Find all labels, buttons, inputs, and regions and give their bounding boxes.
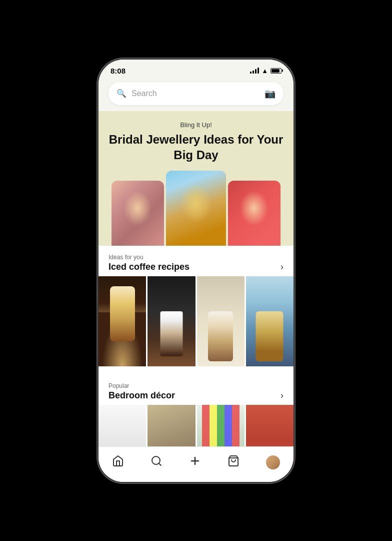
popular-title: Bedroom décor [108,390,175,401]
popular-title-row[interactable]: Bedroom décor › [108,390,284,401]
hero-subtitle: Bling It Up! [108,121,284,129]
status-bar: 8:08 ▲ [98,60,294,78]
hero-title: Bridal Jewellery Ideas for Your Big Day [108,132,284,163]
hero-image-center [166,171,226,246]
ideas-chevron[interactable]: › [280,262,284,272]
status-time: 8:08 [110,67,126,75]
profile-avatar [266,455,280,469]
coffee-image-1[interactable] [98,276,146,366]
coffee-image-3[interactable] [197,276,244,366]
popular-label: Popular [108,382,284,389]
ideas-image-grid [98,276,294,374]
battery-icon [270,68,282,74]
popular-section-header: Popular Bedroom décor › [98,374,294,405]
hero-image-left [112,181,164,246]
bottom-nav [98,446,294,482]
hero-images [108,171,284,246]
coffee-image-4[interactable] [246,276,294,366]
phone-frame: 8:08 ▲ 🔍 Search 📷 [98,60,294,482]
ideas-title-row[interactable]: Iced coffee recipes › [108,262,284,272]
bag-icon [228,455,240,470]
search-icon: 🔍 [116,89,126,98]
status-icons: ▲ [250,67,282,75]
home-icon [112,455,124,470]
wifi-icon: ▲ [262,67,268,75]
search-section: 🔍 Search 📷 [98,78,294,111]
svg-line-1 [158,463,160,465]
popular-chevron[interactable]: › [280,390,284,401]
search-bar[interactable]: 🔍 Search 📷 [108,82,284,105]
nav-home[interactable] [106,453,130,472]
nav-search-icon [150,455,162,470]
nav-bag[interactable] [222,453,246,472]
nav-add[interactable] [183,453,207,472]
phone-screen: 8:08 ▲ 🔍 Search 📷 [98,60,294,482]
nav-search[interactable] [144,453,168,472]
nav-profile[interactable] [260,453,286,471]
hero-banner: Bling It Up! Bridal Jewellery Ideas for … [98,111,294,246]
search-placeholder[interactable]: Search [132,89,260,98]
camera-icon[interactable]: 📷 [264,88,276,99]
ideas-title: Iced coffee recipes [108,262,190,272]
add-icon [189,455,201,470]
hero-image-right [228,181,280,246]
ideas-section-header: Ideas for you Iced coffee recipes › [98,246,294,276]
ideas-label: Ideas for you [108,254,284,261]
signal-icon [250,68,259,74]
coffee-image-2[interactable] [148,276,195,366]
